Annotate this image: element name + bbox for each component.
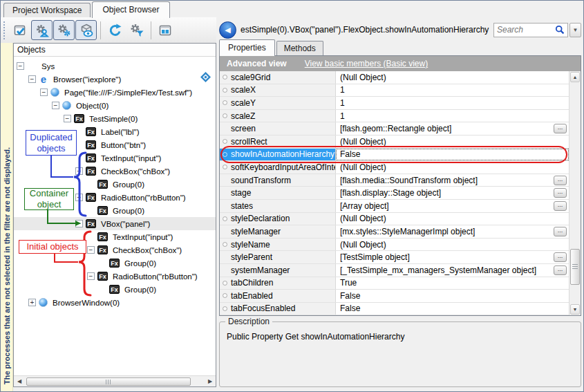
tree-node[interactable]: FxButton("btn"): [14, 138, 216, 151]
property-row[interactable]: screen[flash.geom::Rectangle object]...: [220, 122, 569, 136]
tree-node[interactable]: FxLabel("lbl"): [14, 125, 216, 138]
property-row[interactable]: tabEnabledFalse: [220, 290, 569, 303]
ellipsis-button[interactable]: ...: [554, 252, 567, 262]
tab-methods[interactable]: Methods: [276, 41, 323, 55]
highlight-object-button[interactable]: [9, 20, 30, 40]
tree-node[interactable]: −FxCheckBox("chBox"): [14, 243, 216, 256]
ellipsis-button[interactable]: ...: [554, 227, 567, 236]
tab-object-browser[interactable]: Object Browser: [92, 1, 169, 18]
basic-view-link[interactable]: View basic members (Basic view): [305, 59, 428, 68]
tree-node[interactable]: FxGroup(0): [14, 204, 216, 217]
scroll-right-icon[interactable]: ▶: [205, 376, 216, 386]
property-value-cell: False: [336, 303, 569, 315]
tree-node[interactable]: −FxCheckBox("chBox"): [14, 165, 216, 178]
tree-node[interactable]: −eBrowser("iexplore"): [14, 73, 216, 86]
tree-node[interactable]: −FxRadioButton("rbButton"): [14, 270, 216, 283]
objects-panel-title: Objects: [14, 44, 216, 57]
toolbar-grip[interactable]: [3, 21, 6, 39]
show-hidden-objects-button[interactable]: [75, 20, 97, 40]
tree-node[interactable]: −FxRadioButton("rbButton"): [14, 191, 216, 204]
property-row[interactable]: styleManager[mx.styles::StyleManagerImpl…: [220, 225, 569, 239]
collapse-icon[interactable]: −: [75, 167, 83, 175]
vertical-scrollbar[interactable]: ▲ ▼: [569, 71, 581, 315]
tree-node[interactable]: −FxVBox("panel"): [14, 217, 216, 230]
property-row[interactable]: scaleY1: [220, 97, 569, 110]
property-row[interactable]: scale9Grid(Null Object): [220, 71, 569, 84]
collapse-icon[interactable]: −: [28, 75, 36, 83]
tree-node[interactable]: FxGroup(0): [14, 256, 216, 270]
fx-icon: Fx: [109, 285, 120, 294]
property-row[interactable]: scrollRect(Null Object): [220, 136, 569, 149]
tree-node[interactable]: FxGroup(0): [14, 283, 216, 296]
tree-node[interactable]: +BrowserWindow(0): [14, 296, 216, 309]
view-mode-bar: Advanced view View basic members (Basic …: [220, 56, 581, 71]
refresh-button[interactable]: [104, 20, 125, 40]
property-value-cell: [flash.media::SoundTransform object]...: [336, 174, 569, 187]
property-row[interactable]: showInAutomationHierarchyFalse: [220, 149, 569, 162]
tree-node[interactable]: −FxTestSimple(0): [14, 112, 216, 125]
tree-node[interactable]: FxTextInput("input"): [14, 230, 216, 243]
ellipsis-button[interactable]: ...: [554, 201, 567, 211]
collapse-icon[interactable]: −: [64, 115, 71, 122]
tree-node[interactable]: −Page("file:///F:/SimpleFlex/Test.swf"): [14, 86, 216, 99]
property-row[interactable]: styleName(Null Object): [220, 239, 569, 252]
scroll-down-icon[interactable]: ▼: [570, 304, 580, 315]
property-row[interactable]: stage[flash.display::Stage object]...: [220, 187, 569, 200]
tree-node[interactable]: FxGroup(0): [14, 178, 216, 191]
collapse-icon[interactable]: −: [87, 272, 95, 280]
tree-node[interactable]: −Sys: [14, 59, 216, 73]
toggle-panel-layout-button[interactable]: [154, 20, 176, 40]
property-row[interactable]: tabChildrenTrue: [220, 277, 569, 290]
tree-node[interactable]: FxTextInput("input"): [14, 151, 216, 165]
filter-processes-button[interactable]: [126, 20, 147, 40]
windows-icon: [27, 62, 37, 71]
ellipsis-button[interactable]: ...: [554, 265, 567, 275]
scrollbar-track[interactable]: [569, 83, 581, 304]
show-applications-button[interactable]: [31, 20, 53, 40]
property-name: scaleY: [231, 98, 256, 108]
property-name: states: [231, 201, 253, 211]
property-row[interactable]: states[Array object]...: [220, 200, 569, 213]
scrollbar-thumb[interactable]: [26, 377, 191, 386]
property-row[interactable]: soundTransform[flash.media::SoundTransfo…: [220, 174, 569, 187]
collapse-icon[interactable]: −: [75, 194, 83, 201]
collapse-icon[interactable]: −: [52, 102, 59, 109]
collapse-icon[interactable]: −: [87, 246, 95, 254]
property-value-cell: True: [336, 277, 569, 290]
search-options-dropdown[interactable]: ▼: [569, 23, 581, 37]
property-row[interactable]: styleParent[TestSimple object]...: [220, 251, 569, 264]
property-value-cell: 1: [336, 97, 569, 109]
property-value: 1: [340, 98, 345, 108]
toolbar-buttons: [9, 20, 176, 40]
collapse-icon[interactable]: −: [40, 88, 48, 96]
property-row[interactable]: scaleX1: [220, 84, 569, 97]
property-value-cell: (Null Object): [336, 136, 569, 148]
property-value-cell: [_TestSimple_mx_managers_SystemManager o…: [336, 264, 569, 277]
property-row[interactable]: tabFocusEnabledFalse: [220, 303, 569, 315]
scrollbar-thumb[interactable]: [570, 249, 580, 285]
property-row[interactable]: scaleZ1: [220, 110, 569, 123]
ellipsis-button[interactable]: ...: [554, 176, 567, 185]
fx-icon: Fx: [74, 114, 84, 123]
tab-project-workspace[interactable]: Project Workspace: [3, 3, 91, 17]
tree-node[interactable]: −Object(0): [14, 99, 216, 112]
property-row[interactable]: systemManager[_TestSimple_mx_managers_Sy…: [220, 264, 569, 277]
ellipsis-button[interactable]: ...: [554, 124, 567, 133]
scroll-up-icon[interactable]: ▲: [570, 72, 580, 82]
back-button[interactable]: ◀: [219, 21, 236, 39]
property-name-cell: scale9Grid: [220, 71, 336, 84]
property-row[interactable]: softKeyboardInputAreaOfInte(Null Object): [220, 161, 569, 174]
scroll-left-icon[interactable]: ◀: [14, 376, 25, 386]
property-value: 1: [340, 85, 345, 95]
property-row[interactable]: styleDeclaration(Null Object): [220, 213, 569, 226]
tab-properties[interactable]: Properties: [219, 39, 275, 56]
ellipsis-button[interactable]: ...: [554, 188, 567, 198]
property-name-cell: scrollRect: [220, 136, 336, 148]
show-services-button[interactable]: [53, 20, 75, 40]
horizontal-scrollbar[interactable]: ◀ ▶: [14, 375, 216, 386]
expand-icon[interactable]: +: [28, 299, 36, 306]
collapse-icon[interactable]: −: [17, 62, 24, 70]
collapse-icon[interactable]: −: [75, 220, 83, 227]
search-input[interactable]: Search: [493, 23, 568, 37]
property-name-cell: styleManager: [220, 225, 336, 238]
